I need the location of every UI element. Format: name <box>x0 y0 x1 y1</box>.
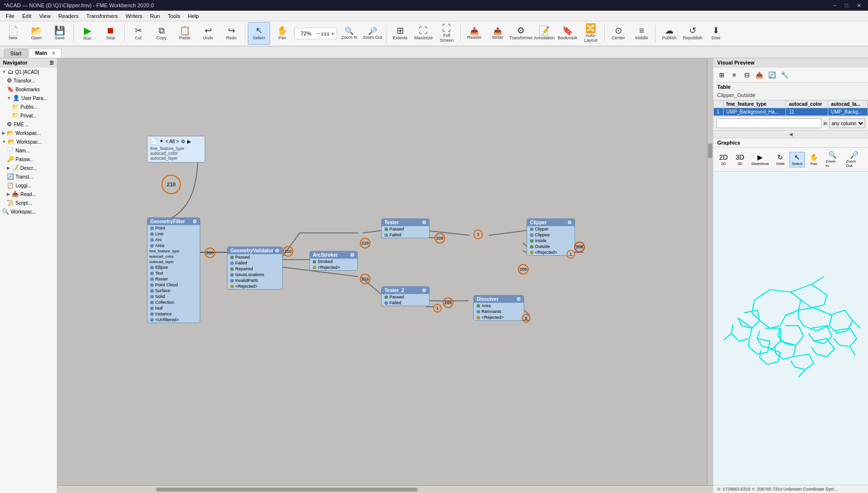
nav-read[interactable]: ▶ 📥 Read... <box>0 190 57 198</box>
new-button[interactable]: 📄 New <box>2 22 24 45</box>
feat-box-expand-icon[interactable]: ▶ <box>187 139 191 144</box>
nav-transformers[interactable]: ⚙ Transfor... <box>0 76 57 85</box>
select-button[interactable]: ↖ Select <box>248 22 270 45</box>
minimize-btn[interactable]: − <box>830 2 839 9</box>
menu-readers[interactable]: Readers <box>54 12 82 20</box>
nav-fme[interactable]: ⚙ FME ... <box>0 120 57 129</box>
menu-file[interactable]: File <box>2 12 18 20</box>
publish-button[interactable]: ☁ Publish <box>658 22 680 45</box>
menu-transformers[interactable]: Transformers <box>82 12 122 20</box>
node-geometry-filter[interactable]: GeometryFilter ⚙ Point Line Arc Area fme… <box>147 217 200 323</box>
vp-col-fme-feature-type[interactable]: fme_feature_type <box>723 100 786 108</box>
maximize-btn[interactable]: □ <box>842 2 851 9</box>
menu-run[interactable]: Run <box>146 12 164 20</box>
center-button[interactable]: ⊙ Center <box>607 22 629 45</box>
nav-loggi[interactable]: 📋 Loggi... <box>0 181 57 190</box>
full-screen-button[interactable]: ⛶ Full Screen <box>435 22 458 45</box>
tester2-settings-icon[interactable]: ⚙ <box>422 288 426 293</box>
dissolver-settings-icon[interactable]: ⚙ <box>516 296 521 302</box>
extents-button[interactable]: ⊞ Extents <box>389 22 411 45</box>
nav-user-params[interactable]: ▼ 👤 User Para... <box>0 94 57 102</box>
stop-button[interactable]: ⏹ Stop <box>99 22 122 45</box>
auto-layout-button[interactable]: 🔀 Auto-Layout <box>579 22 602 45</box>
zoom-minus-btn[interactable]: − <box>316 30 320 37</box>
zoom-in-button[interactable]: 🔍 Zoom In <box>338 22 360 45</box>
tab-start[interactable]: Start <box>4 49 28 58</box>
scrollbar-vertical[interactable] <box>707 58 713 485</box>
tester-settings-icon[interactable]: ⚙ <box>422 220 426 225</box>
dow-button[interactable]: ⬇ Dow <box>705 22 727 45</box>
feature-type-box[interactable]: 📄 ✦ < All > ⚙ ▶ fme_feature_type autocad… <box>147 136 205 163</box>
vp-gfx-zoom-out-btn[interactable]: 🔎 Zoom Out <box>844 149 865 169</box>
writer-button[interactable]: 📤 Writer <box>486 22 509 45</box>
node-arc-stroker[interactable]: ArcStroker ⚙ Stroked <Rejected> <box>309 251 358 271</box>
vp-table-view-btn[interactable]: ⊞ <box>716 69 727 80</box>
vp-viewport[interactable] <box>713 172 868 485</box>
annotation-button[interactable]: 📝 Annotation <box>533 22 555 45</box>
geometry-filter-settings-icon[interactable]: ⚙ <box>193 219 197 224</box>
transformer-button[interactable]: ⚙ Transformer <box>510 22 532 45</box>
vp-gfx-orbit-btn[interactable]: ↻ Orbit <box>773 152 788 167</box>
bookmark-button[interactable]: 🔖 Bookmark <box>556 22 579 45</box>
vp-list-view-btn[interactable]: ≡ <box>729 69 739 80</box>
vp-export-btn[interactable]: 📤 <box>754 69 765 80</box>
clipper-settings-icon[interactable]: ⚙ <box>567 220 572 225</box>
nav-workspace1[interactable]: ▶ 📂 Workspac... <box>0 129 57 137</box>
vp-gfx-select-btn[interactable]: ↖ Select <box>789 152 804 167</box>
node-dissolver[interactable]: Dissolver ⚙ Area Remnants <Rejected> <box>473 295 524 321</box>
navigator-menu-icon[interactable]: ☰ <box>49 60 54 66</box>
vp-settings-btn[interactable]: 🔧 <box>779 69 790 80</box>
zoom-out-button[interactable]: 🔎 Zoom Out <box>361 22 384 45</box>
open-button[interactable]: 📂 Open <box>25 22 48 45</box>
maximize-button[interactable]: ⛶ Maximize <box>412 22 434 45</box>
table-row[interactable]: 1 UMP_Background_Ha... 11 UMP_Backg... <box>714 108 868 116</box>
nav-q1-acad[interactable]: ▼ 🗂 Q1 [ACAD] <box>0 67 57 76</box>
vp-col-autocad-color[interactable]: autocad_color <box>786 100 828 108</box>
scrollbar-thumb-v[interactable] <box>708 144 712 158</box>
workflow-canvas[interactable]: 📄 ✦ < All > ⚙ ▶ fme_feature_type autocad… <box>57 58 713 485</box>
redo-button[interactable]: ↪ Redo <box>220 22 242 45</box>
run-button[interactable]: ▶ Run <box>76 22 98 45</box>
nav-script[interactable]: 📜 Script... <box>0 198 57 207</box>
close-btn[interactable]: ✕ <box>854 2 864 9</box>
vp-search-column-select[interactable]: any column <box>829 118 865 128</box>
save-button[interactable]: 💾 Save <box>48 22 71 45</box>
nav-transl[interactable]: 🔄 Transl... <box>0 172 57 181</box>
paste-button[interactable]: 📋 Paste <box>174 22 196 45</box>
menu-help[interactable]: Help <box>184 12 203 20</box>
scrollbar-thumb-h[interactable] <box>156 488 418 492</box>
reader-button[interactable]: 📥 Reader <box>463 22 485 45</box>
menu-edit[interactable]: Edit <box>18 12 35 20</box>
vp-collapse-btn[interactable]: ◀ <box>713 131 868 138</box>
vp-grid-view-btn[interactable]: ⊟ <box>741 69 752 80</box>
node-tester2[interactable]: Tester_2 ⚙ Passed Failed <box>381 286 430 306</box>
nav-passw[interactable]: 🔑 Passw... <box>0 155 57 164</box>
tab-main-close[interactable]: ✕ <box>51 50 55 56</box>
arc-stroker-settings-icon[interactable]: ⚙ <box>350 252 354 258</box>
node-tester[interactable]: Tester ⚙ Passed Failed <box>381 218 430 238</box>
pan-button[interactable]: ✋ Pan <box>271 22 293 45</box>
vp-refresh-btn[interactable]: 🔄 <box>767 69 777 80</box>
vp-gfx-2d-btn[interactable]: 2D 2D <box>716 152 731 167</box>
zoom-plus-btn[interactable]: + <box>331 30 335 37</box>
undo-button[interactable]: ↩ Undo <box>197 22 219 45</box>
nav-workspace2[interactable]: ▼ 📂 Workspac... <box>0 137 57 146</box>
nav-bookmarks[interactable]: 🔖 Bookmarks <box>0 85 57 94</box>
republish-button[interactable]: ↺ Republish <box>681 22 704 45</box>
vp-gfx-slideshow-btn[interactable]: ▶ Slideshow <box>749 152 771 167</box>
node-geometry-validator[interactable]: GeometryValidator ⚙ Passed Failed Repair… <box>227 246 283 290</box>
nav-workspace3[interactable]: 🔍 Workspac... <box>0 207 57 216</box>
menu-tools[interactable]: Tools <box>164 12 184 20</box>
vp-gfx-3d-btn[interactable]: 3D 3D <box>733 152 747 167</box>
copy-button[interactable]: ⧉ Copy <box>150 22 173 45</box>
zoom-input[interactable]: 72% <box>297 31 315 36</box>
nav-privat[interactable]: 📁 Privat... <box>0 111 57 120</box>
vp-gfx-pan-btn[interactable]: ✋ Pan <box>807 152 821 167</box>
menu-writers[interactable]: Writers <box>122 12 146 20</box>
scrollbar-horizontal[interactable] <box>57 485 713 493</box>
vp-col-autocad-layer[interactable]: autocad_la... <box>828 100 868 108</box>
vp-search-input[interactable] <box>716 118 821 128</box>
node-clipper[interactable]: Clipper ⚙ Clipper Clippee Inside Outside… <box>527 218 575 256</box>
vp-gfx-zoom-in-btn[interactable]: 🔍 Zoom In <box>823 149 842 169</box>
nav-descr[interactable]: ▶ 📝 Descr... <box>0 164 57 172</box>
